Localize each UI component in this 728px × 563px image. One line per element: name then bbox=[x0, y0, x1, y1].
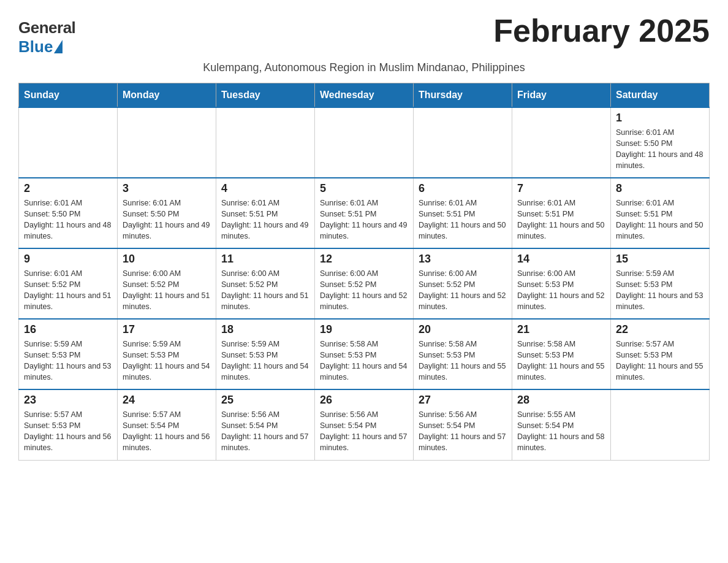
calendar-cell: 10Sunrise: 6:00 AM Sunset: 5:52 PM Dayli… bbox=[118, 248, 216, 319]
day-number: 22 bbox=[616, 323, 704, 336]
day-number: 19 bbox=[320, 323, 408, 336]
calendar-cell: 14Sunrise: 6:00 AM Sunset: 5:53 PM Dayli… bbox=[512, 248, 611, 319]
day-info: Sunrise: 6:01 AM Sunset: 5:51 PM Dayligh… bbox=[221, 197, 309, 242]
calendar-cell: 27Sunrise: 5:56 AM Sunset: 5:54 PM Dayli… bbox=[414, 389, 512, 460]
logo: General Blue bbox=[18, 18, 75, 56]
calendar-cell: 4Sunrise: 6:01 AM Sunset: 5:51 PM Daylig… bbox=[216, 178, 315, 248]
day-number: 9 bbox=[24, 253, 112, 266]
day-number: 27 bbox=[419, 394, 507, 407]
day-info: Sunrise: 5:58 AM Sunset: 5:53 PM Dayligh… bbox=[419, 339, 507, 383]
day-info: Sunrise: 5:58 AM Sunset: 5:53 PM Dayligh… bbox=[517, 339, 605, 383]
calendar-cell: 25Sunrise: 5:56 AM Sunset: 5:54 PM Dayli… bbox=[216, 389, 315, 460]
day-info: Sunrise: 6:00 AM Sunset: 5:52 PM Dayligh… bbox=[419, 268, 507, 313]
day-info: Sunrise: 5:59 AM Sunset: 5:53 PM Dayligh… bbox=[24, 339, 112, 383]
day-info: Sunrise: 5:57 AM Sunset: 5:54 PM Dayligh… bbox=[123, 409, 211, 454]
day-number: 6 bbox=[419, 182, 507, 195]
day-info: Sunrise: 6:00 AM Sunset: 5:52 PM Dayligh… bbox=[320, 268, 408, 313]
day-number: 12 bbox=[320, 253, 408, 266]
calendar-cell bbox=[611, 389, 710, 460]
calendar-cell: 15Sunrise: 5:59 AM Sunset: 5:53 PM Dayli… bbox=[611, 248, 710, 319]
calendar-cell: 8Sunrise: 6:01 AM Sunset: 5:51 PM Daylig… bbox=[611, 178, 710, 248]
day-number: 15 bbox=[616, 253, 704, 266]
day-number: 10 bbox=[123, 253, 211, 266]
logo-general: General bbox=[18, 18, 75, 37]
calendar-table: SundayMondayTuesdayWednesdayThursdayFrid… bbox=[18, 83, 710, 461]
calendar-cell: 16Sunrise: 5:59 AM Sunset: 5:53 PM Dayli… bbox=[19, 319, 118, 389]
day-info: Sunrise: 5:55 AM Sunset: 5:54 PM Dayligh… bbox=[517, 409, 605, 454]
day-info: Sunrise: 6:00 AM Sunset: 5:52 PM Dayligh… bbox=[123, 268, 211, 313]
day-number: 24 bbox=[123, 394, 211, 407]
header-row: SundayMondayTuesdayWednesdayThursdayFrid… bbox=[19, 83, 710, 108]
calendar-subtitle: Kulempang, Autonomous Region in Muslim M… bbox=[18, 61, 710, 74]
week-row: 1Sunrise: 6:01 AM Sunset: 5:50 PM Daylig… bbox=[19, 107, 710, 178]
day-number: 7 bbox=[517, 182, 605, 195]
calendar-cell: 20Sunrise: 5:58 AM Sunset: 5:53 PM Dayli… bbox=[414, 319, 512, 389]
calendar-cell bbox=[118, 107, 216, 178]
calendar-cell: 11Sunrise: 6:00 AM Sunset: 5:52 PM Dayli… bbox=[216, 248, 315, 319]
calendar-cell: 3Sunrise: 6:01 AM Sunset: 5:50 PM Daylig… bbox=[118, 178, 216, 248]
day-number: 11 bbox=[221, 253, 309, 266]
day-info: Sunrise: 6:00 AM Sunset: 5:53 PM Dayligh… bbox=[517, 268, 605, 313]
day-number: 20 bbox=[419, 323, 507, 336]
day-number: 3 bbox=[123, 182, 211, 195]
day-info: Sunrise: 6:01 AM Sunset: 5:52 PM Dayligh… bbox=[24, 268, 112, 313]
day-info: Sunrise: 5:59 AM Sunset: 5:53 PM Dayligh… bbox=[221, 339, 309, 383]
day-info: Sunrise: 6:01 AM Sunset: 5:51 PM Dayligh… bbox=[320, 197, 408, 242]
day-of-week-header: Monday bbox=[118, 83, 216, 108]
day-info: Sunrise: 5:57 AM Sunset: 5:53 PM Dayligh… bbox=[616, 339, 704, 383]
day-info: Sunrise: 5:56 AM Sunset: 5:54 PM Dayligh… bbox=[320, 409, 408, 454]
calendar-cell: 12Sunrise: 6:00 AM Sunset: 5:52 PM Dayli… bbox=[315, 248, 414, 319]
calendar-cell bbox=[414, 107, 512, 178]
calendar-cell: 21Sunrise: 5:58 AM Sunset: 5:53 PM Dayli… bbox=[512, 319, 611, 389]
day-number: 16 bbox=[24, 323, 112, 336]
day-number: 25 bbox=[221, 394, 309, 407]
day-number: 28 bbox=[517, 394, 605, 407]
calendar-cell: 19Sunrise: 5:58 AM Sunset: 5:53 PM Dayli… bbox=[315, 319, 414, 389]
calendar-cell: 9Sunrise: 6:01 AM Sunset: 5:52 PM Daylig… bbox=[19, 248, 118, 319]
day-info: Sunrise: 6:01 AM Sunset: 5:51 PM Dayligh… bbox=[616, 197, 704, 242]
logo-blue: Blue bbox=[18, 37, 53, 56]
calendar-title: February 2025 bbox=[493, 12, 710, 49]
day-number: 26 bbox=[320, 394, 408, 407]
day-of-week-header: Wednesday bbox=[315, 83, 414, 108]
day-number: 23 bbox=[24, 394, 112, 407]
day-number: 18 bbox=[221, 323, 309, 336]
calendar-cell: 26Sunrise: 5:56 AM Sunset: 5:54 PM Dayli… bbox=[315, 389, 414, 460]
week-row: 23Sunrise: 5:57 AM Sunset: 5:53 PM Dayli… bbox=[19, 389, 710, 460]
day-of-week-header: Friday bbox=[512, 83, 611, 108]
day-info: Sunrise: 6:01 AM Sunset: 5:51 PM Dayligh… bbox=[517, 197, 605, 242]
day-number: 13 bbox=[419, 253, 507, 266]
day-of-week-header: Tuesday bbox=[216, 83, 315, 108]
week-row: 2Sunrise: 6:01 AM Sunset: 5:50 PM Daylig… bbox=[19, 178, 710, 248]
day-info: Sunrise: 6:01 AM Sunset: 5:50 PM Dayligh… bbox=[616, 127, 704, 172]
day-number: 8 bbox=[616, 182, 704, 195]
day-info: Sunrise: 6:01 AM Sunset: 5:50 PM Dayligh… bbox=[24, 197, 112, 242]
calendar-cell bbox=[315, 107, 414, 178]
calendar-cell: 13Sunrise: 6:00 AM Sunset: 5:52 PM Dayli… bbox=[414, 248, 512, 319]
calendar-cell: 24Sunrise: 5:57 AM Sunset: 5:54 PM Dayli… bbox=[118, 389, 216, 460]
day-number: 5 bbox=[320, 182, 408, 195]
day-number: 2 bbox=[24, 182, 112, 195]
week-row: 9Sunrise: 6:01 AM Sunset: 5:52 PM Daylig… bbox=[19, 248, 710, 319]
calendar-cell: 7Sunrise: 6:01 AM Sunset: 5:51 PM Daylig… bbox=[512, 178, 611, 248]
calendar-cell: 18Sunrise: 5:59 AM Sunset: 5:53 PM Dayli… bbox=[216, 319, 315, 389]
day-number: 4 bbox=[221, 182, 309, 195]
week-row: 16Sunrise: 5:59 AM Sunset: 5:53 PM Dayli… bbox=[19, 319, 710, 389]
day-number: 1 bbox=[616, 112, 704, 124]
day-of-week-header: Saturday bbox=[611, 83, 710, 108]
calendar-cell: 2Sunrise: 6:01 AM Sunset: 5:50 PM Daylig… bbox=[19, 178, 118, 248]
calendar-cell: 23Sunrise: 5:57 AM Sunset: 5:53 PM Dayli… bbox=[19, 389, 118, 460]
logo-triangle-icon bbox=[54, 40, 63, 53]
calendar-cell: 6Sunrise: 6:01 AM Sunset: 5:51 PM Daylig… bbox=[414, 178, 512, 248]
day-info: Sunrise: 6:01 AM Sunset: 5:51 PM Dayligh… bbox=[419, 197, 507, 242]
day-info: Sunrise: 5:58 AM Sunset: 5:53 PM Dayligh… bbox=[320, 339, 408, 383]
day-info: Sunrise: 5:59 AM Sunset: 5:53 PM Dayligh… bbox=[616, 268, 704, 313]
day-number: 17 bbox=[123, 323, 211, 336]
calendar-cell: 1Sunrise: 6:01 AM Sunset: 5:50 PM Daylig… bbox=[611, 107, 710, 178]
day-info: Sunrise: 5:56 AM Sunset: 5:54 PM Dayligh… bbox=[221, 409, 309, 454]
day-info: Sunrise: 6:00 AM Sunset: 5:52 PM Dayligh… bbox=[221, 268, 309, 313]
day-info: Sunrise: 5:59 AM Sunset: 5:53 PM Dayligh… bbox=[123, 339, 211, 383]
header: General Blue February 2025 bbox=[18, 12, 710, 56]
calendar-cell: 22Sunrise: 5:57 AM Sunset: 5:53 PM Dayli… bbox=[611, 319, 710, 389]
day-info: Sunrise: 5:56 AM Sunset: 5:54 PM Dayligh… bbox=[419, 409, 507, 454]
